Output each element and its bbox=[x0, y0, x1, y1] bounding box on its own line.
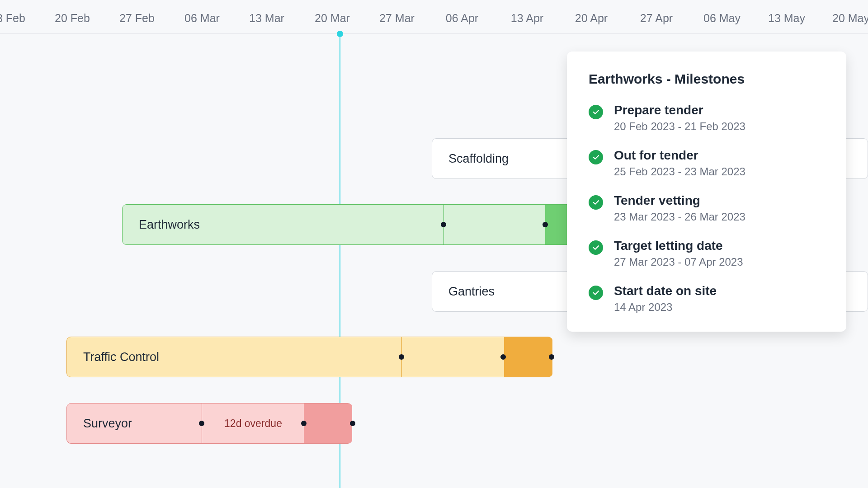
overdue-badge: 12d overdue bbox=[224, 418, 282, 430]
timeline-dates: 13 Feb 20 Feb 27 Feb 06 Mar 13 Mar 20 Ma… bbox=[0, 0, 868, 33]
date-tick[interactable]: 27 Apr bbox=[640, 12, 673, 25]
milestone-dot[interactable] bbox=[399, 354, 404, 360]
timeline-header: 13 Feb 20 Feb 27 Feb 06 Mar 13 Mar 20 Ma… bbox=[0, 0, 868, 34]
milestone-title: Prepare tender bbox=[614, 103, 745, 117]
today-marker-dot bbox=[337, 31, 343, 37]
gantt-bar-label: Surveyor bbox=[83, 417, 132, 431]
gantt-bar-surveyor[interactable]: Surveyor 12d overdue bbox=[66, 403, 352, 444]
milestone-title: Tender vetting bbox=[614, 193, 745, 208]
milestone-details-panel[interactable]: Earthworks - Milestones Prepare tender 2… bbox=[567, 52, 846, 332]
milestone-row[interactable]: Start date on site 14 Apr 2023 bbox=[589, 284, 825, 314]
milestone-title: Target letting date bbox=[614, 239, 743, 253]
gantt-bar-label: Scaffolding bbox=[448, 152, 509, 166]
panel-title: Earthworks - Milestones bbox=[589, 71, 825, 87]
date-tick[interactable]: 20 Mar bbox=[315, 12, 350, 25]
milestone-dates: 27 Mar 2023 - 07 Apr 2023 bbox=[614, 256, 743, 268]
milestone-dates: 23 Mar 2023 - 26 Mar 2023 bbox=[614, 211, 745, 223]
milestone-dot[interactable] bbox=[301, 421, 307, 426]
milestone-title: Start date on site bbox=[614, 284, 717, 298]
gantt-bar-label: Traffic Control bbox=[83, 350, 159, 364]
milestone-dates: 20 Feb 2023 - 21 Feb 2023 bbox=[614, 120, 745, 133]
date-tick[interactable]: 27 Mar bbox=[379, 12, 415, 25]
date-tick[interactable]: 27 Feb bbox=[119, 12, 155, 25]
milestone-dot[interactable] bbox=[441, 222, 446, 227]
date-tick[interactable]: 06 Mar bbox=[184, 12, 220, 25]
date-tick[interactable]: 13 Apr bbox=[511, 12, 543, 25]
date-tick[interactable]: 20 May bbox=[832, 12, 868, 25]
milestone-row[interactable]: Prepare tender 20 Feb 2023 - 21 Feb 2023 bbox=[589, 103, 825, 133]
milestone-dates: 25 Feb 2023 - 23 Mar 2023 bbox=[614, 165, 745, 178]
gantt-bar-label: Earthworks bbox=[139, 218, 200, 232]
milestone-dates: 14 Apr 2023 bbox=[614, 301, 717, 314]
date-tick[interactable]: 13 Mar bbox=[249, 12, 284, 25]
milestone-dot[interactable] bbox=[542, 222, 548, 227]
milestone-row[interactable]: Tender vetting 23 Mar 2023 - 26 Mar 2023 bbox=[589, 193, 825, 223]
milestone-title: Out for tender bbox=[614, 148, 745, 163]
date-tick[interactable]: 20 Feb bbox=[55, 12, 90, 25]
date-tick[interactable]: 13 May bbox=[768, 12, 805, 25]
check-icon bbox=[589, 105, 603, 119]
milestone-dot[interactable] bbox=[549, 354, 554, 360]
bar-progress-fill bbox=[304, 404, 352, 443]
gantt-bar-label: Gantries bbox=[448, 285, 495, 299]
check-icon bbox=[589, 240, 603, 255]
milestone-dot[interactable] bbox=[199, 421, 204, 426]
gantt-bar-traffic-control[interactable]: Traffic Control bbox=[66, 337, 552, 377]
date-tick[interactable]: 20 Apr bbox=[575, 12, 608, 25]
check-icon bbox=[589, 195, 603, 210]
milestone-row[interactable]: Target letting date 27 Mar 2023 - 07 Apr… bbox=[589, 239, 825, 268]
date-tick[interactable]: 06 Apr bbox=[446, 12, 478, 25]
milestone-dot[interactable] bbox=[350, 421, 355, 426]
date-tick[interactable]: 06 May bbox=[703, 12, 741, 25]
check-icon bbox=[589, 286, 603, 300]
milestone-row[interactable]: Out for tender 25 Feb 2023 - 23 Mar 2023 bbox=[589, 148, 825, 178]
bar-progress-fill bbox=[504, 337, 552, 377]
check-icon bbox=[589, 150, 603, 164]
date-tick[interactable]: 13 Feb bbox=[0, 12, 25, 25]
milestone-dot[interactable] bbox=[500, 354, 506, 360]
